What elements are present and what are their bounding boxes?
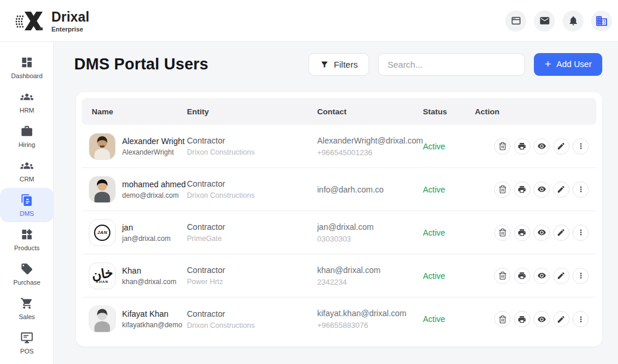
contact-email: jan@drixal.com [317, 222, 423, 232]
view-button[interactable] [533, 138, 550, 155]
mail-button[interactable] [534, 10, 555, 32]
avatar [89, 133, 116, 160]
tag-icon [20, 262, 33, 275]
user-username: khan@drixal.com [122, 278, 176, 286]
entity-type: Contractor [187, 222, 317, 232]
more-button[interactable] [572, 311, 589, 327]
edit-button[interactable] [553, 225, 570, 241]
contact-phone: +966545001236 [317, 148, 423, 157]
entity-type: Contractor [187, 136, 317, 145]
search-input[interactable] [378, 53, 525, 76]
more-button[interactable] [572, 225, 589, 241]
print-button[interactable] [514, 268, 530, 284]
entity-company: Drixon Constructions [187, 148, 317, 156]
user-name: Alexander Wright [122, 136, 185, 146]
table-row: خان KHAN Khan khan@drixal.com Contractor… [82, 254, 596, 298]
table-row: Kifayat Khan kifayatkhan@demo Contractor… [82, 298, 596, 341]
column-name: Name [82, 107, 187, 116]
more-button[interactable] [572, 181, 589, 198]
delete-button[interactable] [494, 268, 511, 284]
delete-button[interactable] [494, 181, 511, 198]
entity-company: Power Hrtz [187, 278, 317, 286]
user-photo [89, 134, 115, 159]
print-button[interactable] [514, 311, 530, 327]
pos-monitor-icon [20, 331, 33, 344]
entity-company: Drixon Constructions [187, 191, 317, 200]
edit-button[interactable] [553, 311, 570, 327]
sidebar-item-hrm[interactable]: HRM [0, 85, 54, 119]
sidebar-item-products[interactable]: Products [0, 222, 54, 257]
sidebar-item-dms[interactable]: DMS [0, 188, 54, 222]
delete-button[interactable] [494, 225, 511, 241]
delete-button[interactable] [494, 138, 511, 155]
filters-button[interactable]: Filters [308, 53, 370, 76]
brand-name: Drixal [51, 9, 89, 25]
delete-button[interactable] [494, 311, 511, 327]
contact-email: khan@drixal.com [317, 265, 423, 275]
status-badge: Active [423, 271, 445, 281]
add-user-button[interactable]: + Add User [534, 53, 602, 76]
notifications-button[interactable] [563, 10, 584, 32]
company-button[interactable] [591, 10, 612, 32]
sidebar-item-hiring[interactable]: Hiring [0, 119, 54, 153]
eye-icon [537, 185, 546, 194]
brand-logo[interactable]: Drixal Enterprise [15, 8, 89, 34]
users-table-card: Name Entity Contact Status Action [76, 92, 602, 346]
table-row: JAN jan jan@drixal.com Contractor PrimeG… [82, 211, 596, 254]
eye-icon [537, 228, 546, 237]
sidebar-item-crm[interactable]: CRM [0, 153, 54, 188]
avatar: خان KHAN [89, 262, 116, 289]
bell-icon [568, 15, 579, 26]
view-button[interactable] [533, 225, 550, 241]
printer-icon [518, 228, 526, 237]
more-vertical-icon [577, 315, 585, 324]
main-content: DMS Portal Users Filters + Add User Name… [54, 42, 618, 364]
view-button[interactable] [533, 311, 550, 327]
brand-subtitle: Enterprise [51, 26, 89, 33]
sidebar-item-dashboard[interactable]: Dashboard [0, 50, 54, 85]
row-actions [475, 268, 596, 284]
column-entity: Entity [187, 107, 317, 116]
user-name: Khan [122, 266, 176, 275]
edit-button[interactable] [553, 138, 570, 155]
cart-icon [20, 297, 33, 310]
page-controls: Filters + Add User [308, 53, 602, 76]
more-button[interactable] [572, 138, 589, 155]
contact-phone: +96655883076 [317, 321, 423, 330]
more-button[interactable] [572, 268, 589, 284]
pencil-icon [557, 142, 565, 150]
view-button[interactable] [533, 181, 550, 198]
window-button[interactable] [505, 10, 526, 32]
row-actions [475, 138, 596, 155]
page-header: DMS Portal Users Filters + Add User [74, 52, 602, 76]
pencil-icon [557, 228, 565, 237]
sidebar-item-pos[interactable]: POS [0, 326, 54, 360]
edit-button[interactable] [553, 181, 570, 198]
user-photo [89, 306, 115, 332]
trash-icon [498, 315, 507, 324]
drixal-logo-icon [15, 8, 46, 34]
print-button[interactable] [514, 181, 530, 198]
page-title: DMS Portal Users [74, 55, 209, 74]
contact-phone: 03030303 [317, 235, 423, 243]
mail-icon [539, 15, 550, 26]
eye-icon [537, 271, 546, 280]
user-name: Kifayat Khan [122, 309, 182, 318]
trash-icon [498, 271, 507, 280]
more-vertical-icon [577, 271, 585, 280]
print-button[interactable] [514, 138, 530, 155]
sidebar-item-purchase[interactable]: Purchase [0, 257, 54, 291]
contact-email: AlexanderWright@drixal.com [317, 136, 423, 145]
more-vertical-icon [577, 228, 585, 237]
printer-icon [518, 315, 526, 324]
table-row: Alexander Wright AlexanderWright Contrac… [82, 125, 596, 168]
edit-button[interactable] [553, 268, 570, 284]
printer-icon [518, 142, 526, 150]
jan-logo: JAN [94, 225, 110, 241]
view-button[interactable] [533, 268, 550, 284]
people-group-icon [20, 159, 33, 172]
dashboard-icon [20, 56, 33, 69]
sidebar-item-sales[interactable]: Sales [0, 291, 54, 326]
print-button[interactable] [514, 225, 530, 241]
more-vertical-icon [577, 185, 585, 194]
